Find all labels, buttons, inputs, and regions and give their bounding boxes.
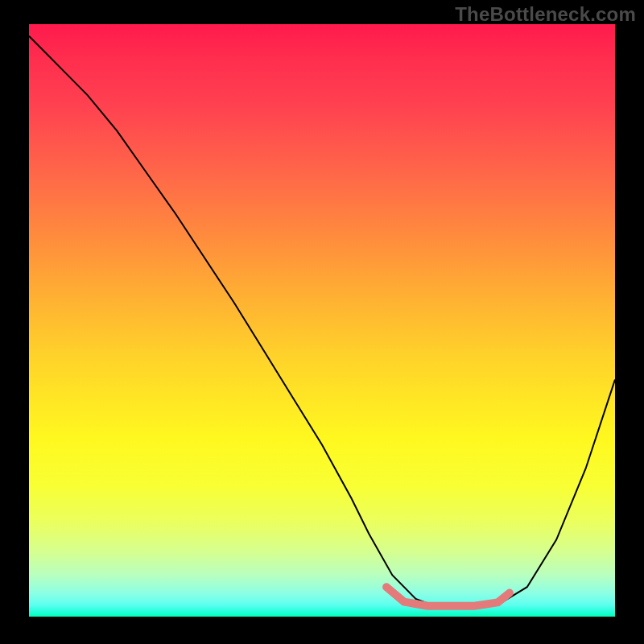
highlight-band — [386, 587, 510, 606]
watermark-text: TheBottleneck.com — [455, 3, 636, 26]
main-curve — [29, 36, 615, 608]
plot-area — [29, 24, 615, 617]
chart-frame: TheBottleneck.com — [0, 0, 644, 644]
curve-layer — [29, 24, 615, 617]
